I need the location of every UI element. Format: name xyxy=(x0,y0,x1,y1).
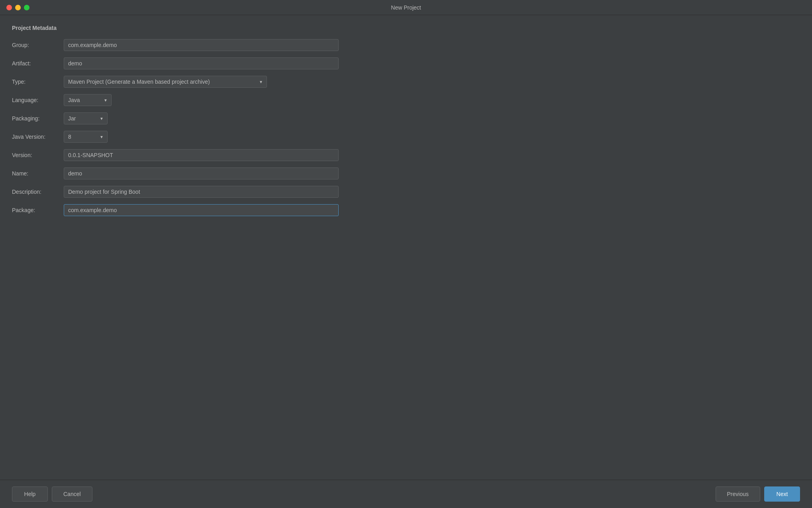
type-row: Type: Maven Project (Generate a Maven ba… xyxy=(12,76,800,88)
window-controls xyxy=(6,5,29,10)
group-input[interactable] xyxy=(64,39,339,51)
package-row: Package: xyxy=(12,204,800,216)
description-row: Description: xyxy=(12,186,800,198)
artifact-label: Artifact: xyxy=(12,60,64,67)
next-button[interactable]: Next xyxy=(764,486,800,502)
java-version-row: Java Version: 8 11 17 21 ▼ xyxy=(12,131,800,143)
cancel-button[interactable]: Cancel xyxy=(52,486,92,502)
window-title: New Project xyxy=(391,4,421,11)
title-bar: New Project xyxy=(0,0,812,15)
previous-button[interactable]: Previous xyxy=(716,486,760,502)
type-select[interactable]: Maven Project (Generate a Maven based pr… xyxy=(64,76,267,88)
version-label: Version: xyxy=(12,152,64,158)
type-label: Type: xyxy=(12,79,64,85)
type-select-wrapper: Maven Project (Generate a Maven based pr… xyxy=(64,76,267,88)
dialog-content: Project Metadata Group: Artifact: Type: … xyxy=(0,15,812,480)
footer-right: Previous Next xyxy=(716,486,800,502)
help-button[interactable]: Help xyxy=(12,486,48,502)
description-input[interactable] xyxy=(64,186,339,198)
language-select[interactable]: Java Kotlin Groovy xyxy=(64,94,112,106)
language-row: Language: Java Kotlin Groovy ▼ xyxy=(12,94,800,106)
footer-left: Help Cancel xyxy=(12,486,92,502)
name-row: Name: xyxy=(12,167,800,179)
footer: Help Cancel Previous Next xyxy=(0,480,812,508)
java-version-select-wrapper: 8 11 17 21 ▼ xyxy=(64,131,108,143)
section-title: Project Metadata xyxy=(12,25,800,31)
group-row: Group: xyxy=(12,39,800,51)
version-input[interactable] xyxy=(64,149,339,161)
name-input[interactable] xyxy=(64,167,339,179)
language-select-wrapper: Java Kotlin Groovy ▼ xyxy=(64,94,112,106)
version-row: Version: xyxy=(12,149,800,161)
minimize-button[interactable] xyxy=(15,5,21,10)
java-version-select[interactable]: 8 11 17 21 xyxy=(64,131,108,143)
maximize-button[interactable] xyxy=(24,5,29,10)
packaging-row: Packaging: Jar War ▼ xyxy=(12,112,800,124)
language-label: Language: xyxy=(12,97,64,103)
package-input[interactable] xyxy=(64,204,339,216)
packaging-select[interactable]: Jar War xyxy=(64,112,108,124)
artifact-input[interactable] xyxy=(64,57,339,69)
java-version-label: Java Version: xyxy=(12,134,64,140)
packaging-label: Packaging: xyxy=(12,115,64,122)
name-label: Name: xyxy=(12,170,64,177)
artifact-row: Artifact: xyxy=(12,57,800,69)
description-label: Description: xyxy=(12,189,64,195)
close-button[interactable] xyxy=(6,5,12,10)
package-label: Package: xyxy=(12,207,64,213)
group-label: Group: xyxy=(12,42,64,48)
packaging-select-wrapper: Jar War ▼ xyxy=(64,112,108,124)
